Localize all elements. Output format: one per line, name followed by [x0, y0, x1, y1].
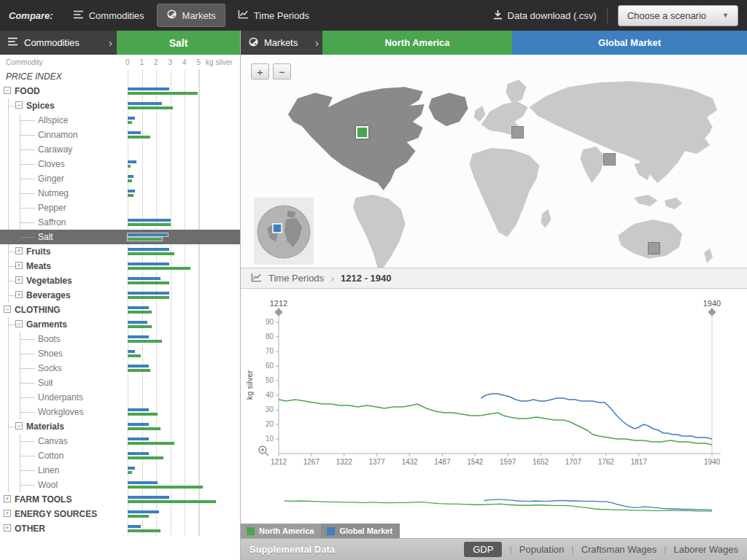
tree-row-cloves[interactable]: Cloves: [0, 157, 240, 171]
supplemental-data-bar: Supplemental Data GDP|Population|Craftsm…: [241, 538, 747, 560]
map-marker-europe[interactable]: [511, 126, 524, 139]
tree-row-linen[interactable]: Linen: [0, 463, 240, 478]
collapse-icon[interactable]: −: [15, 101, 23, 109]
supplemental-data-title: Supplemental Data: [249, 544, 335, 555]
globe-inset-minimap[interactable]: [254, 198, 314, 265]
expand-icon[interactable]: +: [4, 495, 11, 502]
tree-row-materials[interactable]: −Materials: [0, 419, 240, 434]
nav-markets[interactable]: Markets: [157, 4, 225, 27]
tree-row-garments[interactable]: −Garments: [0, 317, 240, 332]
collapse-icon[interactable]: −: [15, 320, 23, 327]
chart-text: 90: [266, 318, 274, 326]
tree-row-nutmeg[interactable]: Nutmeg: [0, 186, 240, 201]
tree-row-fruits[interactable]: +Fruits: [0, 244, 240, 259]
price-bars: [128, 233, 168, 241]
tree-row-boots[interactable]: Boots: [0, 332, 240, 346]
data-download-button[interactable]: Data download (.csv): [493, 9, 597, 22]
markets-breadcrumb[interactable]: Markets ›: [241, 31, 322, 55]
time-periods-title[interactable]: Time Periods: [268, 273, 324, 284]
supplemental-link-craftsman-wages[interactable]: Craftsman Wages: [581, 544, 657, 555]
north-america-bar: [128, 340, 162, 343]
expand-icon[interactable]: +: [15, 276, 23, 284]
global-market-bar: [128, 248, 169, 251]
supplemental-link-gdp[interactable]: GDP: [464, 542, 502, 557]
tree-row-suit[interactable]: Suit: [0, 376, 240, 390]
overview-chart: [285, 477, 712, 515]
north-america-bar: [128, 427, 160, 430]
scenario-select[interactable]: Choose a scenario ▼: [618, 5, 738, 26]
tree-row-caraway[interactable]: Caraway: [0, 142, 240, 157]
expand-icon[interactable]: +: [4, 524, 11, 532]
download-icon: [493, 9, 503, 22]
tree-row-socks[interactable]: Socks: [0, 361, 240, 376]
tree-row-clothing[interactable]: −CLOTHING: [0, 303, 240, 317]
tree-row-cotton[interactable]: Cotton: [0, 448, 240, 463]
inset-map-marker[interactable]: [273, 224, 282, 233]
tree-row-allspice[interactable]: Allspice: [0, 113, 240, 128]
north-america-bar: [128, 252, 174, 255]
tree-row-farm-tools[interactable]: +FARM TOOLS: [0, 492, 240, 507]
tree-row-canvas[interactable]: Canvas: [0, 434, 240, 448]
map-marker-australia[interactable]: [648, 242, 660, 254]
tree-row-salt[interactable]: Salt: [0, 230, 240, 244]
collapse-icon[interactable]: −: [4, 87, 11, 94]
zoom-out-button[interactable]: −: [273, 63, 291, 79]
tree-row-other[interactable]: +OTHER: [0, 521, 240, 536]
commodity-label: Spices: [26, 98, 55, 113]
global-market-bar: [128, 423, 149, 426]
expand-icon[interactable]: +: [4, 510, 11, 517]
commodities-breadcrumb[interactable]: Commodities ›: [0, 31, 117, 55]
tab-north-america[interactable]: North America: [322, 31, 512, 55]
tree-row-underpants[interactable]: Underpants: [0, 390, 240, 405]
globe-inset-svg: [254, 198, 314, 265]
expand-icon[interactable]: +: [15, 291, 23, 298]
tree-row-spices[interactable]: −Spices: [0, 98, 240, 113]
collapse-icon[interactable]: −: [4, 306, 11, 313]
chart-text: 10: [266, 435, 274, 443]
supplemental-link-population[interactable]: Population: [519, 544, 564, 555]
tree-row-food[interactable]: −FOOD: [0, 84, 240, 98]
global-market-bar: [128, 102, 162, 105]
commodity-label: CLOTHING: [15, 303, 61, 317]
tree-row-beverages[interactable]: +Beverages: [0, 288, 240, 303]
global-market-bar: [128, 292, 169, 295]
tab-global-market[interactable]: Global Market: [512, 31, 747, 55]
nav-time-periods[interactable]: Time Periods: [228, 9, 319, 21]
supplemental-link-laborer-wages[interactable]: Laborer Wages: [674, 544, 738, 555]
price-bars: [128, 262, 190, 270]
overview-series-north-america: [285, 501, 712, 511]
commodity-column-label: Commodity: [6, 58, 43, 66]
tree-row-vegetables[interactable]: +Vegetables: [0, 273, 240, 288]
global-market-bar: [128, 408, 149, 411]
tab-north-america-label: North America: [384, 37, 449, 48]
tree-row-cinnamon[interactable]: Cinnamon: [0, 128, 240, 142]
tree-row-shoes[interactable]: Shoes: [0, 346, 240, 361]
tree-row-energy-sources[interactable]: +ENERGY SOURCES: [0, 507, 240, 521]
collapse-icon[interactable]: −: [15, 422, 23, 429]
tree-row-wool[interactable]: Wool: [0, 478, 240, 492]
tree-row-ginger[interactable]: Ginger: [0, 171, 240, 186]
range-handle-end[interactable]: [708, 308, 716, 316]
zoom-chart-icon[interactable]: [259, 446, 268, 456]
tree-row-price-index[interactable]: PRICE INDEX: [0, 69, 240, 84]
separator: |: [571, 544, 573, 555]
commodity-label: Vegetables: [26, 273, 72, 288]
tree-row-pepper[interactable]: Pepper: [0, 201, 240, 215]
zoom-in-button[interactable]: +: [251, 63, 269, 79]
map-marker-asia[interactable]: [603, 153, 616, 166]
expand-icon[interactable]: +: [15, 262, 23, 269]
nav-commodities[interactable]: Commodities: [63, 10, 154, 21]
legend-global-market[interactable]: Global Market: [321, 524, 400, 538]
commodity-label: Meats: [26, 259, 51, 273]
tree-row-meats[interactable]: +Meats: [0, 259, 240, 273]
tree-row-saffron[interactable]: Saffron: [0, 215, 240, 230]
north-america-bar: [128, 165, 131, 168]
selected-commodity-header[interactable]: Salt: [117, 31, 240, 55]
range-handle-start[interactable]: [274, 308, 282, 316]
map-marker-north-america[interactable]: [356, 126, 368, 139]
tree-row-workgloves[interactable]: Workgloves: [0, 405, 240, 419]
expand-icon[interactable]: +: [15, 247, 23, 254]
north-america-bar: [128, 515, 149, 518]
global-market-bar: [128, 510, 159, 513]
legend-north-america[interactable]: North America: [241, 524, 321, 538]
